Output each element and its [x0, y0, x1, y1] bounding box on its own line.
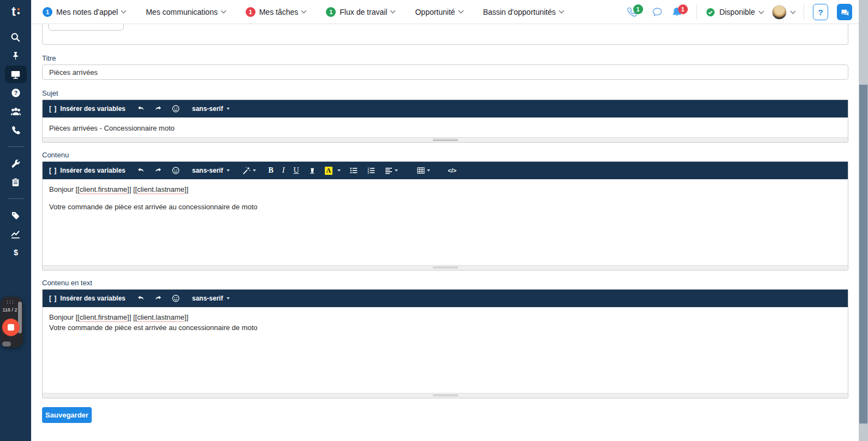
- subject-toolbar: [ ] Insérer des variables: [43, 100, 848, 117]
- emoji-button[interactable]: [171, 166, 180, 175]
- caret-down-icon: [227, 108, 230, 110]
- text-color-dropdown[interactable]: A: [325, 167, 341, 175]
- sidebar-item-phone[interactable]: [5, 124, 27, 137]
- numbered-list-button[interactable]: 1 2 3: [367, 166, 376, 175]
- nav-item-opportunite[interactable]: Opportunité: [415, 8, 462, 16]
- emoji-button[interactable]: [171, 294, 180, 303]
- chat-button[interactable]: [652, 7, 663, 17]
- title-field-label: Titre: [42, 54, 848, 62]
- nav-menu: 1 Mes notes d'appel Mes communications 1…: [43, 7, 563, 17]
- availability-status-dropdown[interactable]: Disponible: [706, 8, 763, 17]
- redo-icon: [154, 104, 163, 113]
- chevron-down-icon: [221, 8, 226, 14]
- clear-format-button[interactable]: [308, 167, 316, 175]
- bold-button[interactable]: B: [268, 166, 273, 175]
- chevron-down-icon: [790, 8, 796, 14]
- content-text-editor-body[interactable]: Bonjour [[client.firstname]] [[client.la…: [43, 307, 848, 393]
- top-cutoff-panel: [42, 24, 848, 45]
- sidebar-item-help[interactable]: ?: [5, 86, 27, 99]
- insert-variables-button[interactable]: [ ] Insérer des variables: [49, 105, 126, 113]
- help-button[interactable]: ?: [813, 4, 828, 20]
- content-field-label: Contenu: [42, 151, 848, 159]
- sidebar-item-tags[interactable]: [5, 209, 27, 222]
- paragraph-align-dropdown[interactable]: [384, 166, 398, 175]
- logo-text: t: [11, 5, 16, 18]
- sidebar-item-billing[interactable]: $: [5, 246, 27, 259]
- notifications-button[interactable]: 1: [671, 7, 682, 17]
- smiley-icon: [171, 294, 180, 303]
- font-family-dropdown[interactable]: sans-serif: [192, 295, 230, 302]
- insert-variables-label: Insérer des variables: [60, 167, 125, 174]
- conversations-button[interactable]: [837, 4, 852, 20]
- content-editor-body[interactable]: Bonjour [[client.firstname]] [[client.la…: [43, 179, 848, 265]
- save-button[interactable]: Sauvegarder: [42, 407, 92, 423]
- undo-button[interactable]: [136, 166, 145, 175]
- app-logo[interactable]: t: [0, 0, 31, 24]
- redo-button[interactable]: [154, 294, 163, 303]
- subject-editor: [ ] Insérer des variables: [42, 99, 848, 143]
- subject-resize-handle[interactable]: [43, 137, 848, 142]
- redo-button[interactable]: [154, 166, 163, 175]
- italic-button[interactable]: I: [282, 166, 285, 175]
- content-editor: [ ] Insérer des variables: [42, 161, 848, 271]
- undo-button[interactable]: [136, 294, 145, 303]
- recorder-tab[interactable]: [2, 342, 11, 346]
- font-family-dropdown[interactable]: sans-serif: [192, 167, 230, 174]
- nav-item-communications[interactable]: Mes communications: [146, 8, 225, 16]
- redo-button[interactable]: [154, 104, 163, 113]
- undo-icon: [136, 166, 145, 175]
- top-cutoff-button[interactable]: [48, 24, 124, 31]
- caret-down-icon: [427, 169, 430, 172]
- italic-label: I: [282, 166, 285, 175]
- nav-item-taches[interactable]: 1 Mes tâches: [246, 7, 306, 17]
- subject-editor-content[interactable]: Pièces arrivées - Concessionnaire moto: [43, 117, 848, 137]
- nav-item-bassin-opportunites[interactable]: Bassin d'opportunités: [483, 8, 563, 16]
- table-dropdown[interactable]: [417, 166, 430, 175]
- grip-icon: [433, 267, 458, 269]
- sidebar-item-pinned[interactable]: [5, 49, 27, 62]
- redo-icon: [154, 166, 163, 175]
- drag-handle-icon[interactable]: [6, 300, 14, 304]
- help-circle-icon: ?: [11, 88, 21, 98]
- code-view-button[interactable]: </>: [448, 167, 456, 174]
- caret-down-icon: [337, 169, 341, 172]
- stop-recording-button[interactable]: [2, 319, 20, 336]
- nav-item-flux-travail[interactable]: 1 Flux de travail: [326, 7, 395, 17]
- font-family-label: sans-serif: [192, 167, 223, 174]
- font-family-label: sans-serif: [192, 295, 223, 302]
- nav-item-notes-appel[interactable]: 1 Mes notes d'appel: [43, 7, 126, 17]
- sidebar-item-desktop[interactable]: [5, 66, 27, 83]
- content-text-line-1: Bonjour [[client.firstname]] [[client.la…: [49, 312, 841, 322]
- undo-icon: [136, 104, 145, 113]
- calls-badge: 1: [633, 4, 643, 14]
- scrollbar-thumb[interactable]: [859, 85, 867, 424]
- dollar-icon: $: [11, 248, 21, 257]
- recorder-widget: 116 / 2: [1, 297, 23, 348]
- font-family-dropdown[interactable]: sans-serif: [192, 105, 230, 113]
- bullet-list-button[interactable]: [349, 166, 358, 175]
- bold-label: B: [268, 166, 273, 175]
- magic-style-dropdown[interactable]: [242, 166, 256, 175]
- content-resize-handle[interactable]: [43, 265, 848, 270]
- emoji-button[interactable]: [171, 104, 180, 113]
- content-text-editor: [ ] Insérer des variables: [42, 289, 848, 398]
- sidebar-item-settings[interactable]: [5, 157, 27, 170]
- divider: [697, 5, 697, 19]
- avatar: [772, 5, 787, 20]
- sidebar-item-team[interactable]: [5, 105, 27, 118]
- sidebar-divider: [8, 146, 24, 147]
- content-text-resize-handle[interactable]: [43, 393, 848, 398]
- calls-button[interactable]: 1: [627, 7, 638, 17]
- clipboard-icon: [11, 178, 20, 187]
- insert-variables-button[interactable]: [ ] Insérer des variables: [49, 295, 126, 302]
- underline-button[interactable]: U: [293, 166, 299, 175]
- user-menu[interactable]: [772, 5, 795, 20]
- sidebar-item-search[interactable]: [5, 31, 27, 44]
- sidebar-item-tasks[interactable]: [5, 175, 27, 189]
- sidebar-item-reports[interactable]: [5, 227, 27, 240]
- undo-button[interactable]: [136, 104, 145, 113]
- logo-colon-icon: [17, 8, 20, 14]
- title-input[interactable]: [42, 64, 848, 80]
- insert-variables-button[interactable]: [ ] Insérer des variables: [49, 167, 126, 174]
- content-toolbar: [ ] Insérer des variables: [43, 162, 848, 179]
